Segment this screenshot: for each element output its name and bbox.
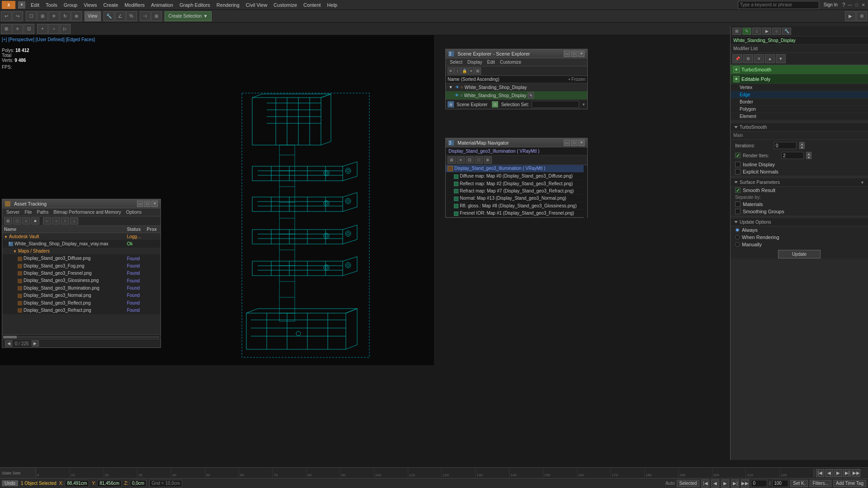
asset-menu-server[interactable]: Server: [4, 209, 22, 215]
asset-table-row[interactable]: ▼Maps / Shaders: [2, 248, 160, 255]
x-value[interactable]: 88,491cm: [65, 480, 89, 487]
create-tab-btn[interactable]: ⊞: [732, 28, 741, 35]
asset-table-row[interactable]: Display_Stand_geo3_Glossiness.pngFound: [2, 277, 160, 284]
close-btn[interactable]: ✕: [862, 3, 865, 7]
manually-radio[interactable]: [735, 242, 740, 247]
add-time-tag-btn[interactable]: Add Time Tag: [833, 480, 866, 487]
prev-frame-btn[interactable]: ◀: [825, 469, 833, 477]
mat-nav-restore[interactable]: □: [571, 140, 577, 146]
mat-list-row[interactable]: Display_Stand_geo3_Illumination ( VRayMt…: [446, 165, 587, 173]
update-options-header[interactable]: Update Options: [731, 218, 868, 226]
help-icon[interactable]: ?: [842, 2, 845, 8]
se-sort-btn[interactable]: ↕: [454, 67, 461, 75]
z-value[interactable]: 0,0cm: [130, 480, 146, 487]
display-tab-btn[interactable]: ○: [772, 28, 781, 35]
asset-tb-btn6[interactable]: →: [52, 217, 60, 225]
play-btn[interactable]: ▶: [834, 469, 842, 477]
total-frames-input[interactable]: 100: [772, 480, 788, 487]
asset-table-row[interactable]: Display_Stand_geo3_Refract.pngFound: [2, 306, 160, 314]
iterations-spinner[interactable]: ▲ ▼: [799, 142, 805, 149]
explicit-normals-checkbox[interactable]: [735, 169, 741, 174]
iterations-value[interactable]: 0: [774, 142, 797, 149]
asset-table-row[interactable]: 3White_Standing_Shop_Display_max_vray.ma…: [2, 240, 160, 248]
mirror-btn[interactable]: ⊣: [140, 11, 151, 21]
asset-panel-restore[interactable]: □: [144, 201, 151, 207]
smoothing-groups-checkbox[interactable]: [735, 209, 741, 214]
asset-panel-close[interactable]: ✕: [151, 201, 158, 207]
materials-checkbox[interactable]: [735, 202, 741, 207]
utility-tab-btn[interactable]: 🔧: [782, 28, 791, 35]
move2-btn[interactable]: +: [37, 24, 48, 34]
mat-small-btn[interactable]: ⊡: [466, 156, 474, 164]
asset-table-row[interactable]: Display_Stand_geo3_Reflect.pngFound: [2, 299, 160, 306]
se-menu-customize[interactable]: Customize: [498, 59, 524, 65]
menu-group[interactable]: Group: [61, 1, 80, 9]
asset-tb-btn2[interactable]: □: [13, 217, 21, 225]
mat-list-row[interactable]: Refract map: Map #7 (Display_Stand_geo3_…: [446, 188, 587, 195]
menu-views[interactable]: Views: [81, 1, 99, 9]
motion-tab-btn[interactable]: ▶: [762, 28, 771, 35]
menu-create[interactable]: Create: [100, 1, 121, 9]
asset-tb-btn4[interactable]: ■: [31, 217, 39, 225]
mat-grid-btn[interactable]: ⊞: [448, 156, 456, 164]
menu-help[interactable]: Help: [325, 1, 340, 9]
menu-animation[interactable]: Animation: [148, 1, 176, 9]
always-radio[interactable]: [735, 228, 740, 232]
minimize-btn[interactable]: —: [848, 3, 852, 7]
sub-element[interactable]: Element: [731, 113, 868, 120]
asset-scroll-track[interactable]: [3, 336, 160, 338]
anim-end-btn[interactable]: ▶▶: [741, 479, 749, 488]
asset-table-row[interactable]: Display_Stand_geo3_Fog.pngFound: [2, 262, 160, 269]
mod-up-btn[interactable]: ▲: [765, 54, 775, 63]
quick-access-toolbar[interactable]: ▼: [18, 1, 25, 9]
mat-list-row[interactable]: Reflect map: Map #2 (Display_Stand_geo3_…: [446, 180, 587, 187]
selection-set-dropdown[interactable]: ▼: [582, 103, 585, 107]
asset-table-row[interactable]: Display_Stand_geo3_Normal.pngFound: [2, 292, 160, 299]
view-label-btn[interactable]: View: [85, 11, 101, 21]
obj-btn[interactable]: ○: [48, 24, 59, 34]
modify-tab-btn[interactable]: ✎: [742, 28, 751, 35]
render-iters-spinner[interactable]: ▲ ▼: [806, 152, 811, 159]
anim-prev-btn[interactable]: ◀: [711, 479, 719, 488]
y-value[interactable]: 81,456cm: [97, 480, 122, 487]
mat-list-row[interactable]: Fresnel IOR: Map #1 (Display_Stand_geo3_…: [446, 210, 587, 217]
mat-list-row[interactable]: Diffuse map: Map #0 (Display_Stand_geo3_…: [446, 173, 587, 180]
create-selection-set-btn[interactable]: Create Selection ▼: [165, 11, 212, 21]
asset-panel-minimize[interactable]: —: [137, 201, 143, 207]
asset-tb-btn5[interactable]: ←: [43, 217, 51, 225]
snap-btn[interactable]: 🔧: [104, 11, 114, 21]
render-btn[interactable]: ▶: [845, 11, 856, 21]
scene-rename-icon[interactable]: ✎: [528, 92, 534, 99]
frame-input[interactable]: 0: [751, 480, 767, 487]
page-prev-btn[interactable]: ◀: [5, 340, 12, 347]
set-keys-btn[interactable]: Set K.: [790, 480, 808, 487]
asset-tb-btn1[interactable]: ⊞: [4, 217, 12, 225]
snap-angle-btn[interactable]: ∠: [115, 11, 126, 21]
layer-btn[interactable]: ⊞: [1, 24, 12, 34]
filters-btn[interactable]: Filters...: [810, 480, 831, 487]
anim-play-btn[interactable]: ▶: [721, 479, 729, 488]
render-iter-down-btn[interactable]: ▼: [806, 155, 811, 159]
surface-params-header[interactable]: Surface Parameters ▼: [731, 178, 868, 187]
asset-menu-paths[interactable]: Paths: [35, 209, 51, 215]
menu-graph-editors[interactable]: Graph Editors: [177, 1, 213, 9]
scene-explorer-restore[interactable]: □: [571, 51, 577, 57]
layer3-btn[interactable]: ⊡: [24, 24, 34, 34]
scene-tree-item-root[interactable]: ▼ 👁 ○ White_Standing_Shop_Display: [446, 83, 587, 91]
asset-menu-options[interactable]: Options: [124, 209, 144, 215]
play-end-btn[interactable]: ▶▶: [852, 469, 860, 477]
mat-large-btn[interactable]: □: [475, 156, 483, 164]
asset-table-row[interactable]: Display_Stand_geo3_Illumination.pngFound: [2, 284, 160, 291]
se-lock-btn[interactable]: 🔒: [461, 67, 467, 75]
se-col-btn[interactable]: ⊞: [475, 67, 481, 75]
undo-btn[interactable]: ↩: [1, 11, 12, 21]
mod-pin-btn[interactable]: 📌: [732, 54, 742, 63]
scene-explorer-minimize[interactable]: —: [564, 51, 570, 57]
se-menu-display[interactable]: Display: [465, 59, 485, 65]
menu-content[interactable]: Content: [301, 1, 324, 9]
scene-tree-item-child[interactable]: 👁 ○ White_Standing_Shop_Display ✎: [446, 91, 587, 99]
sub-border[interactable]: Border: [731, 99, 868, 106]
turbosmooth-section-header[interactable]: TurboSmooth: [731, 123, 868, 131]
menu-customize[interactable]: Customize: [271, 1, 300, 9]
mat-nav-close[interactable]: ✕: [578, 140, 585, 146]
